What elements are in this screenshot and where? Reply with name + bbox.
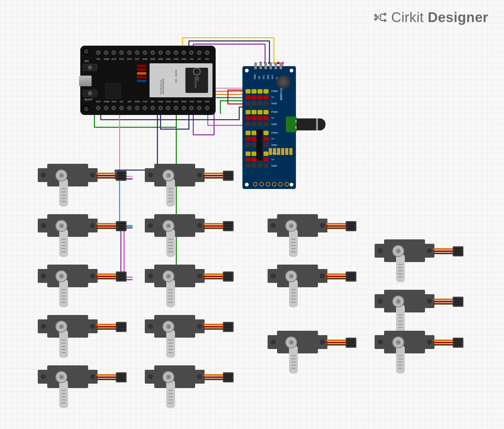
servo-12[interactable]: [38, 365, 120, 394]
pin-gnd[interactable]: [104, 106, 108, 110]
servo-1[interactable]: [145, 164, 227, 192]
servo-horn[interactable]: [166, 178, 175, 207]
i2c-out-scl[interactable]: [266, 182, 270, 186]
servo-horn[interactable]: [396, 345, 405, 374]
pin-d35[interactable]: [174, 50, 178, 55]
servo-horn[interactable]: [289, 228, 298, 257]
servo-horn[interactable]: [59, 178, 68, 207]
pin-vin[interactable]: [96, 50, 100, 55]
pin-d15[interactable]: [111, 106, 116, 110]
i2c-pin-scl[interactable]: [264, 62, 267, 69]
servo-connector[interactable]: [116, 221, 127, 231]
servo-horn[interactable]: [166, 228, 175, 257]
pin-rx0[interactable]: [182, 106, 186, 110]
servo-row-pwm[interactable]: [246, 110, 270, 114]
servo-connector[interactable]: [223, 221, 234, 231]
servo-connector[interactable]: [346, 221, 356, 231]
servo-13[interactable]: [145, 365, 227, 394]
servo-11[interactable]: [375, 290, 456, 318]
servo-row-pwm[interactable]: [246, 89, 270, 94]
pin-tx2[interactable]: [143, 106, 147, 110]
pin-d23[interactable]: [205, 106, 209, 110]
servo-row-gnd[interactable]: [246, 122, 270, 126]
pin-d5[interactable]: [150, 106, 155, 110]
i2c-out-sda[interactable]: [272, 182, 276, 186]
servo-connector[interactable]: [346, 338, 356, 348]
servo-horn[interactable]: [166, 329, 175, 358]
i2c-pin-vcc[interactable]: [275, 62, 277, 69]
servo-connector[interactable]: [223, 372, 234, 382]
esp32-board[interactable]: VinGNDD13D12D14D27D26D25D33D32D35D34VNVP…: [80, 46, 216, 115]
pin-d26[interactable]: [143, 50, 147, 55]
pin-en[interactable]: [205, 50, 209, 55]
i2c-out-vcc[interactable]: [278, 182, 283, 186]
pin-gnd[interactable]: [104, 50, 108, 55]
pca9685-board[interactable]: GNDOESCLSDAVCCV+ PCA9685 PWMV+GND PWMV+G…: [242, 66, 296, 189]
servo-channels-0-3[interactable]: [246, 88, 270, 106]
servo-horn[interactable]: [396, 304, 405, 333]
pin-d21[interactable]: [174, 106, 178, 110]
esp32-top-header[interactable]: [96, 48, 209, 57]
pin-d34[interactable]: [182, 50, 186, 55]
servo-5[interactable]: [38, 265, 120, 293]
servo-2[interactable]: [38, 214, 120, 243]
pin-d4[interactable]: [127, 106, 132, 110]
servo-0[interactable]: [38, 164, 120, 192]
servo-connector[interactable]: [116, 322, 127, 332]
servo-row-gnd[interactable]: [246, 101, 270, 106]
servo-10[interactable]: [145, 315, 227, 343]
servo-connector[interactable]: [346, 272, 356, 282]
pin-rx2[interactable]: [135, 106, 139, 110]
i2c-pin-oe[interactable]: [259, 62, 262, 69]
pin-d22[interactable]: [197, 106, 201, 110]
servo-horn[interactable]: [59, 278, 68, 307]
micro-usb-port[interactable]: [79, 76, 92, 86]
pin-d18[interactable]: [158, 106, 163, 110]
servo-horn[interactable]: [166, 278, 175, 307]
servo-row-vcc[interactable]: [246, 116, 270, 120]
servo-9[interactable]: [38, 315, 120, 343]
pin-3v3[interactable]: [96, 106, 100, 110]
i2c-out-v+[interactable]: [285, 182, 289, 186]
servo-horn[interactable]: [166, 379, 175, 408]
design-canvas[interactable]: Cirkit Designer: [0, 0, 504, 429]
servo-14[interactable]: [268, 331, 349, 359]
pin-d33[interactable]: [158, 50, 163, 55]
servo-connector[interactable]: [453, 246, 463, 256]
barrel-jack[interactable]: [297, 118, 326, 130]
servo-horn[interactable]: [59, 228, 68, 257]
servo-3[interactable]: [145, 214, 227, 243]
i2c-out-oe[interactable]: [259, 182, 264, 186]
pin-d2[interactable]: [119, 106, 124, 110]
servo-horn[interactable]: [59, 379, 68, 408]
pin-d25[interactable]: [150, 50, 155, 55]
pin-d14[interactable]: [127, 50, 132, 55]
servo-connector[interactable]: [223, 322, 234, 332]
servo-15[interactable]: [375, 331, 456, 359]
pin-d32[interactable]: [166, 50, 170, 55]
servo-connector[interactable]: [453, 338, 463, 348]
servo-horn[interactable]: [59, 329, 68, 358]
i2c-header-top[interactable]: [254, 62, 282, 69]
servo-connector[interactable]: [223, 272, 234, 282]
servo-horn[interactable]: [396, 253, 405, 282]
servo-connector[interactable]: [116, 171, 127, 181]
pin-tx0[interactable]: [189, 106, 194, 110]
servo-connector[interactable]: [116, 272, 127, 282]
servo-connector[interactable]: [116, 372, 127, 382]
servo-connector[interactable]: [453, 297, 463, 307]
servo-8[interactable]: [375, 239, 456, 268]
i2c-out-gnd[interactable]: [253, 182, 258, 186]
servo-row-vcc[interactable]: [246, 95, 270, 100]
esp32-bottom-header[interactable]: [96, 104, 209, 112]
address-jumpers[interactable]: [269, 148, 292, 155]
pin-vp[interactable]: [197, 50, 201, 55]
servo-horn[interactable]: [289, 345, 298, 374]
pin-d27[interactable]: [135, 50, 139, 55]
pin-d19[interactable]: [166, 106, 170, 110]
servo-connector[interactable]: [223, 171, 234, 181]
pin-vn[interactable]: [189, 50, 194, 55]
servo-4[interactable]: [268, 214, 349, 243]
power-terminal[interactable]: [286, 117, 297, 132]
pin-d13[interactable]: [111, 50, 116, 55]
